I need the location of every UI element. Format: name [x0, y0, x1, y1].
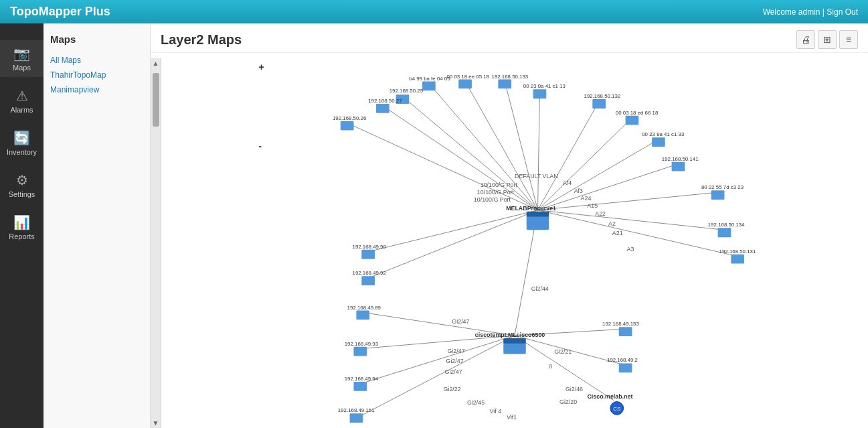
svg-text:192.168.50.27: 192.168.50.27: [368, 98, 402, 104]
svg-line-0: [402, 96, 537, 210]
svg-line-14: [368, 210, 537, 252]
svg-text:b4 99 ba fe 04 05: b4 99 ba fe 04 05: [409, 76, 450, 82]
svg-text:00 03 18 ed 66 18: 00 03 18 ed 66 18: [616, 110, 659, 116]
svg-rect-68: [592, 99, 606, 109]
topology-map[interactable]: + -: [161, 58, 868, 428]
svg-text:Gi2/47: Gi2/47: [452, 318, 469, 325]
svg-rect-98: [619, 327, 632, 336]
map-link-all[interactable]: All Maps: [50, 53, 143, 68]
svg-text:CS: CS: [613, 406, 620, 412]
svg-rect-72: [341, 121, 354, 131]
sidebar-item-reports[interactable]: 📊 Reports: [0, 209, 44, 246]
svg-text:ciscotempt.MLcisco6500: ciscotempt.MLcisco6500: [475, 332, 545, 338]
gear-icon: ⚙: [16, 172, 28, 188]
sidebar-item-label: Alarms: [10, 106, 33, 114]
svg-rect-78: [672, 162, 685, 171]
svg-text:A24: A24: [581, 195, 592, 202]
sidebar-item-inventory[interactable]: 🔄 Inventory: [0, 125, 44, 161]
svg-line-15: [368, 210, 537, 279]
print-button[interactable]: 🖨: [796, 30, 815, 49]
svg-text:10/100/G Port: 10/100/G Port: [481, 182, 518, 188]
svg-line-5: [538, 101, 600, 210]
topbar: TopoMapper Plus Welcome admin | Sign Out: [0, 0, 868, 23]
map-header: Layer2 Maps 🖨 ⊞ ≡: [151, 23, 868, 53]
svg-text:00 23 8a 41 c1 33: 00 23 8a 41 c1 33: [642, 131, 685, 137]
svg-text:192.168.49.161: 192.168.49.161: [338, 407, 375, 413]
svg-text:192.168.50.26: 192.168.50.26: [333, 115, 367, 121]
sidebar-item-alarms[interactable]: ⚠ Alarms: [0, 82, 44, 119]
map-title: Layer2 Maps: [161, 32, 242, 48]
svg-text:Af3: Af3: [574, 188, 583, 194]
svg-text:Gi2/47: Gi2/47: [445, 368, 462, 375]
scroll-up-arrow[interactable]: ▲: [151, 58, 161, 68]
svg-line-19: [360, 336, 515, 384]
svg-text:Vif1: Vif1: [507, 414, 517, 421]
svg-text:Gi2/20: Gi2/20: [559, 399, 577, 405]
reports-icon: 📊: [13, 214, 30, 230]
map-link-thahir[interactable]: ThahirTopoMap: [50, 68, 143, 82]
svg-text:192.168.50.132: 192.168.50.132: [584, 93, 621, 99]
svg-rect-80: [711, 190, 725, 200]
svg-text:192.168.49.90: 192.168.49.90: [353, 244, 387, 250]
main-content: Maps All Maps ThahirTopoMap Manimapview …: [44, 23, 868, 428]
svg-rect-76: [652, 137, 665, 147]
user-info: Welcome admin | Sign Out: [763, 7, 858, 17]
svg-line-13: [538, 210, 738, 257]
svg-line-23: [515, 336, 614, 401]
svg-text:192.168.50.29: 192.168.50.29: [389, 88, 423, 94]
scroll-thumb[interactable]: [153, 73, 159, 127]
svg-rect-88: [361, 276, 375, 285]
map-link-mani[interactable]: Manimapview: [50, 82, 143, 97]
list-button[interactable]: ≡: [839, 30, 858, 49]
svg-rect-100: [619, 363, 632, 372]
svg-text:Gi2/21: Gi2/21: [554, 348, 572, 355]
grid-button[interactable]: ⊞: [818, 30, 837, 49]
inventory-icon: 🔄: [13, 130, 30, 146]
svg-rect-70: [376, 104, 389, 113]
camera-icon: 📷: [13, 46, 30, 62]
svg-rect-74: [626, 116, 639, 125]
signout-link[interactable]: Sign Out: [827, 7, 858, 17]
svg-text:A2: A2: [608, 220, 616, 227]
sidebar-item-maps[interactable]: 📷 Maps: [0, 40, 44, 77]
sidebar-item-label: Settings: [9, 190, 35, 198]
sidebar-item-settings[interactable]: ⚙ Settings: [0, 167, 44, 204]
svg-text:0: 0: [549, 363, 552, 370]
zoom-plus[interactable]: +: [259, 62, 264, 72]
svg-text:MELABProcurve1: MELABProcurve1: [506, 205, 556, 212]
svg-text:Gi2/46: Gi2/46: [566, 386, 583, 393]
svg-rect-90: [356, 311, 369, 320]
svg-rect-94: [353, 382, 367, 391]
maps-heading: Maps: [50, 33, 143, 45]
svg-text:00 03 18 ee 05 18: 00 03 18 ee 05 18: [446, 74, 489, 80]
svg-text:10/100/G Port: 10/100/G Port: [474, 196, 511, 203]
svg-text:Gi2/22: Gi2/22: [444, 386, 461, 393]
sidebar-item-label: Maps: [13, 64, 31, 72]
app-title: TopoMapper Plus: [10, 5, 110, 19]
scroll-down-arrow[interactable]: ▼: [151, 418, 161, 428]
svg-rect-84: [731, 255, 744, 264]
svg-rect-62: [458, 80, 472, 89]
svg-rect-53: [503, 338, 526, 344]
svg-text:192.168.50.141: 192.168.50.141: [662, 156, 699, 162]
svg-line-20: [356, 336, 515, 418]
map-panel: Layer2 Maps 🖨 ⊞ ≡ ▲ ▼ + -: [151, 23, 868, 428]
svg-text:Gi2/47: Gi2/47: [446, 358, 463, 364]
svg-text:192.168.50.134: 192.168.50.134: [708, 222, 745, 228]
svg-text:Vif 4: Vif 4: [490, 408, 502, 415]
svg-text:Gi2/47: Gi2/47: [447, 348, 464, 354]
svg-rect-64: [498, 80, 511, 89]
svg-text:Af4: Af4: [563, 180, 572, 186]
content-area: Maps All Maps ThahirTopoMap Manimapview …: [44, 23, 868, 428]
svg-rect-66: [533, 89, 547, 98]
sidebar: 📷 Maps ⚠ Alarms 🔄 Inventory ⚙ Settings 📊…: [0, 0, 44, 428]
svg-line-4: [538, 91, 540, 210]
svg-rect-60: [422, 82, 436, 91]
scrollbar: ▲ ▼: [151, 58, 161, 428]
svg-rect-49: [527, 216, 549, 230]
svg-text:DEFAULT VLAN: DEFAULT VLAN: [515, 173, 558, 180]
zoom-minus[interactable]: -: [259, 141, 262, 151]
svg-text:A21: A21: [612, 230, 623, 236]
map-toolbar: 🖨 ⊞ ≡: [796, 30, 858, 49]
svg-rect-86: [361, 250, 375, 259]
